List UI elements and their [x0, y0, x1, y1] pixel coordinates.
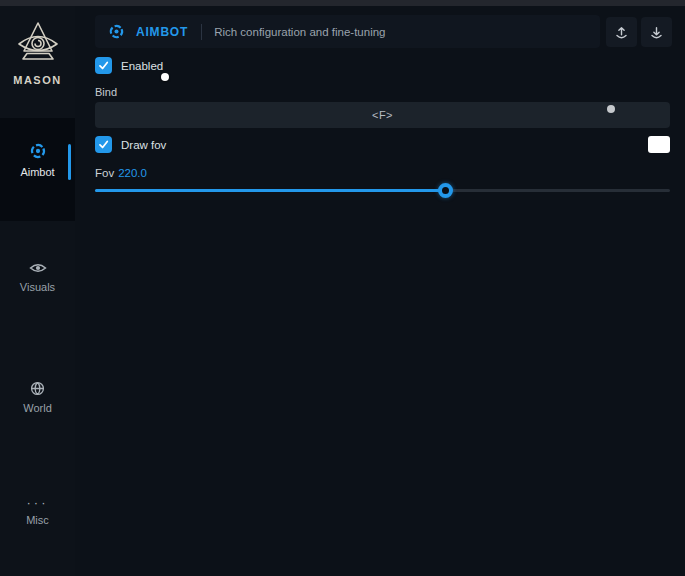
draw-fov-label: Draw fov [121, 139, 166, 151]
check-icon [98, 60, 109, 71]
bind-label: Bind [95, 86, 117, 98]
download-icon [649, 25, 664, 40]
enabled-checkbox[interactable] [95, 57, 112, 74]
bind-field-dot [607, 105, 615, 113]
bind-input[interactable]: <F> [95, 102, 670, 128]
page-title: AIMBOT [136, 25, 188, 39]
section-header: AIMBOT Rich configuration and fine-tunin… [95, 15, 600, 48]
fov-slider-handle[interactable] [438, 183, 453, 198]
import-config-button[interactable] [641, 17, 672, 47]
fov-slider-fill [95, 189, 446, 192]
sidebar-item-label: Aimbot [0, 166, 75, 178]
brand-name: MASON [0, 74, 75, 86]
upload-icon [614, 25, 629, 40]
app-window: MASON Aimbot Visuals Wor [0, 0, 685, 576]
export-config-button[interactable] [606, 17, 637, 47]
fov-slider[interactable] [95, 183, 670, 198]
fov-label: Fov [95, 167, 114, 179]
sidebar-item-world[interactable]: World [0, 381, 75, 414]
sidebar-item-misc[interactable]: ··· Misc [0, 498, 75, 526]
eye-pyramid-logo-icon [14, 20, 62, 70]
cursor-dot [161, 73, 169, 81]
check-icon [98, 139, 109, 150]
fov-color-picker[interactable] [648, 136, 670, 153]
header-divider [201, 24, 202, 40]
sidebar-item-aimbot[interactable]: Aimbot [0, 118, 75, 221]
eye-icon [29, 261, 47, 275]
enabled-label: Enabled [121, 60, 163, 72]
sidebar-item-label: Visuals [0, 281, 75, 293]
globe-icon [30, 381, 45, 396]
fov-slider-track[interactable] [95, 189, 670, 192]
top-edge-strip [0, 0, 685, 6]
sidebar-item-label: World [0, 402, 75, 414]
brand-logo: MASON [0, 20, 75, 86]
crosshair-icon [29, 142, 47, 160]
sidebar-item-visuals[interactable]: Visuals [0, 261, 75, 293]
sidebar: MASON Aimbot Visuals Wor [0, 6, 75, 576]
sidebar-item-label: Misc [0, 514, 75, 526]
draw-fov-checkbox[interactable] [95, 136, 112, 153]
page-subtitle: Rich configuration and fine-tuning [214, 26, 385, 38]
ellipsis-icon: ··· [0, 498, 75, 508]
bind-value: <F> [372, 109, 393, 121]
fov-value: 220.0 [118, 167, 147, 179]
crosshair-icon [108, 23, 125, 40]
active-tab-indicator [68, 144, 71, 180]
fov-readout: Fov220.0 [95, 167, 147, 179]
